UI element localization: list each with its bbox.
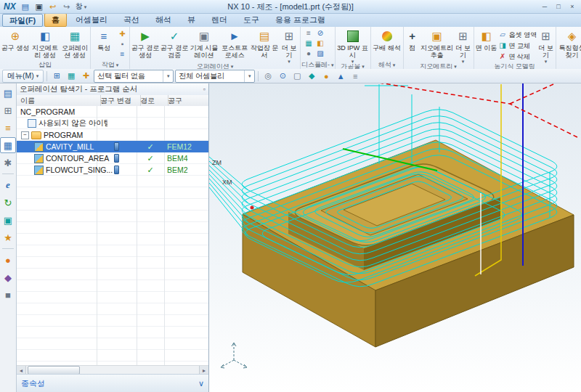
manufacturing-wizards-icon[interactable]: ★ bbox=[0, 229, 16, 245]
touch-mode-icon[interactable]: ■ bbox=[0, 287, 16, 303]
maximize-button[interactable]: □ bbox=[552, 1, 565, 12]
properties-button[interactable]: ≡ 특성 bbox=[92, 28, 116, 60]
resource-bar: ▤ ⊞ ≡ ▦ ✱ e ↻ ▣ ★ ● ◆ ■ bbox=[0, 83, 17, 392]
snap-point-icon[interactable]: ✚ bbox=[79, 70, 92, 82]
window-select-icon[interactable]: ▢ bbox=[290, 70, 304, 82]
highlight-icon[interactable]: ● bbox=[320, 70, 333, 82]
generate-toolpath-button[interactable]: ▶ 공구 경로 생성 bbox=[131, 28, 160, 64]
draft-analysis-button[interactable]: 구배 해석 bbox=[372, 28, 402, 60]
tree-row-program[interactable]: − PROGRAM bbox=[17, 129, 208, 141]
shaded-view-icon[interactable]: ◆ bbox=[305, 70, 318, 82]
tree-row-contour-area[interactable]: CONTOUR_AREA ✓ BEM4 bbox=[17, 152, 208, 164]
close-button[interactable]: × bbox=[566, 1, 579, 12]
copy-object-icon[interactable]: ≡ bbox=[118, 50, 127, 59]
web-browser-icon[interactable]: e bbox=[0, 177, 16, 193]
selection-scope-dropdown[interactable]: 전체 어셈블리 ▾ bbox=[175, 70, 255, 83]
group-label-job[interactable]: 작업▾ bbox=[92, 60, 129, 69]
tab-tools[interactable]: 도구 bbox=[236, 13, 267, 27]
menu-button[interactable]: 메뉴(M) ▾ bbox=[2, 70, 44, 83]
fit-view-icon[interactable]: ◎ bbox=[261, 70, 275, 82]
delete-face-button[interactable]: ✗ 면 삭제 bbox=[498, 52, 537, 62]
tab-home[interactable]: 홈 bbox=[44, 13, 67, 27]
viewport-3d-canvas[interactable]: ZM XM bbox=[209, 83, 581, 392]
tab-application[interactable]: 응용 프로그램 bbox=[268, 13, 333, 27]
layer-settings-icon[interactable]: ≡ bbox=[349, 70, 362, 82]
history-icon[interactable]: ↻ bbox=[0, 195, 16, 211]
select-all-icon[interactable]: ▦ bbox=[65, 70, 78, 82]
assembly-navigator-icon[interactable]: ▤ bbox=[0, 85, 16, 101]
tree-row-flowcut-single[interactable]: FLOWCUT_SING... ✓ BEM2 bbox=[17, 164, 208, 176]
column-header-tool[interactable]: 공구 bbox=[164, 95, 212, 106]
create-operation-button[interactable]: ▦ 오퍼레이션 생성 bbox=[60, 28, 89, 60]
tab-analysis[interactable]: 해석 bbox=[148, 13, 179, 27]
process-studio-icon[interactable]: ▣ bbox=[0, 212, 16, 228]
edit-object-icon[interactable]: ✚ bbox=[118, 30, 127, 38]
column-header-name[interactable]: 이름 bbox=[17, 95, 101, 106]
orient-view-icon[interactable]: ⊙ bbox=[276, 70, 289, 82]
tree-row-unused-items[interactable]: 사용되지 않은 아이템 bbox=[17, 118, 208, 129]
machine-tool-navigator-icon[interactable]: ✱ bbox=[0, 155, 16, 171]
operation-more-button[interactable]: ⊞ 더 보기 ▾ bbox=[279, 28, 299, 64]
tool-name: BEM4 bbox=[167, 154, 188, 163]
redo-icon[interactable]: ↪ bbox=[61, 1, 73, 12]
column-header-tool-change[interactable]: 공구 변경 bbox=[97, 95, 141, 106]
create-geometry-button[interactable]: ◧ 지오메트리 생성 bbox=[30, 28, 60, 60]
graphics-window[interactable]: ZM XM bbox=[209, 83, 581, 392]
group-label-workpiece[interactable]: 가공물▾ bbox=[336, 64, 370, 69]
nx-logo[interactable]: NX bbox=[4, 1, 16, 12]
save-icon[interactable]: ▣ bbox=[33, 1, 45, 12]
move-face-button[interactable]: ◧ 면 이동 bbox=[475, 28, 498, 64]
show-workpiece-icon[interactable]: ◧ bbox=[316, 39, 325, 48]
create-tool-button[interactable]: ⊕ 공구 생성 bbox=[1, 28, 30, 60]
group-label-operation[interactable]: 오퍼레이션▾ bbox=[131, 64, 299, 69]
window-title: NX 10 - 제조 - [model1.prt (수정됨)] bbox=[116, 1, 465, 12]
show-toolpath-icon[interactable]: ≡ bbox=[304, 29, 314, 38]
undo-icon[interactable]: ↩ bbox=[47, 1, 59, 12]
sync-more-button[interactable]: ⊞ 더 보기 ▾ bbox=[537, 28, 555, 64]
roles-icon[interactable]: ● bbox=[0, 252, 16, 268]
window-menu-button[interactable]: 창 ▾ bbox=[76, 1, 87, 12]
minimize-button[interactable]: ─ bbox=[538, 1, 551, 12]
tab-view[interactable]: 뷰 bbox=[180, 13, 203, 27]
postprocess-button[interactable]: ► 포스트프로세스 bbox=[219, 28, 250, 64]
geometry-more-button[interactable]: ⊞ 더 보기 ▾ bbox=[454, 28, 473, 64]
show-3d-ipw-button[interactable]: 3D IPW 표시 ▾ bbox=[336, 28, 370, 64]
system-scenes-icon[interactable]: ◆ bbox=[0, 269, 16, 285]
shaded-display-icon[interactable]: ● bbox=[304, 49, 314, 58]
delete-face-icon: ✗ bbox=[498, 52, 508, 61]
dependencies-section-header[interactable]: 종속성 ∨ bbox=[17, 374, 208, 392]
undock-panel-button[interactable]: ▫ bbox=[203, 86, 206, 93]
tree-row-nc-program[interactable]: NC_PROGRAM bbox=[17, 106, 208, 118]
operation-navigator-icon[interactable]: ▦ bbox=[0, 137, 16, 153]
group-label-analysis[interactable]: 해석▾ bbox=[372, 60, 402, 69]
rotate-view-icon[interactable]: ▲ bbox=[334, 70, 347, 82]
selection-filter-dropdown[interactable]: 선택 필터 없음 ▾ bbox=[94, 70, 174, 83]
new-file-icon[interactable]: ▤ bbox=[20, 1, 31, 12]
constraint-navigator-icon[interactable]: ⊞ bbox=[0, 102, 16, 118]
show-2d-ipw-icon[interactable]: ▦ bbox=[304, 39, 314, 48]
verify-toolpath-button[interactable]: ✓ 공구 경로 검증 bbox=[160, 28, 189, 64]
cut-object-icon[interactable]: ▪ bbox=[118, 40, 127, 49]
wireframe-display-icon[interactable]: ▨ bbox=[316, 49, 325, 58]
offset-region-button[interactable]: ▱ 옵셋 영역 bbox=[498, 30, 537, 40]
point-button[interactable]: + 점 bbox=[405, 28, 420, 64]
shop-documentation-button[interactable]: ▤ 작업장 문서 bbox=[250, 28, 279, 64]
hide-toolpath-icon[interactable]: ⊘ bbox=[316, 29, 325, 38]
selection-mode-icon[interactable]: ⊞ bbox=[50, 70, 63, 82]
part-navigator-icon[interactable]: ≡ bbox=[0, 120, 16, 136]
tab-curve[interactable]: 곡선 bbox=[116, 13, 147, 27]
simulate-machine-button[interactable]: ▣ 기계 시뮬레이션 bbox=[189, 28, 219, 64]
tab-assemblies[interactable]: 어셈블리 bbox=[68, 13, 115, 27]
file-menu-button[interactable]: 파일(F) bbox=[2, 14, 43, 27]
tree-collapse-icon[interactable]: − bbox=[21, 131, 29, 139]
group-label-display[interactable]: 디스플레-▾ bbox=[301, 60, 334, 69]
point-marker[interactable] bbox=[251, 206, 254, 210]
replace-face-button[interactable]: ◨ 면 교체 bbox=[498, 41, 537, 51]
group-label-geometry[interactable]: 지오메트리▾ bbox=[405, 64, 473, 69]
extract-geometry-button[interactable]: ▣ 지오메트리 추출 bbox=[420, 28, 454, 64]
tree-row-cavity-mill[interactable]: CAVITY_MILL ✓ FEM12 bbox=[17, 141, 208, 152]
find-features-button[interactable]: ◈ 특징형상 찾기 bbox=[557, 28, 581, 60]
tab-render[interactable]: 렌더 bbox=[204, 13, 235, 27]
chevron-down-icon: ▾ bbox=[288, 59, 290, 64]
chevron-down-icon: ▾ bbox=[84, 4, 87, 9]
